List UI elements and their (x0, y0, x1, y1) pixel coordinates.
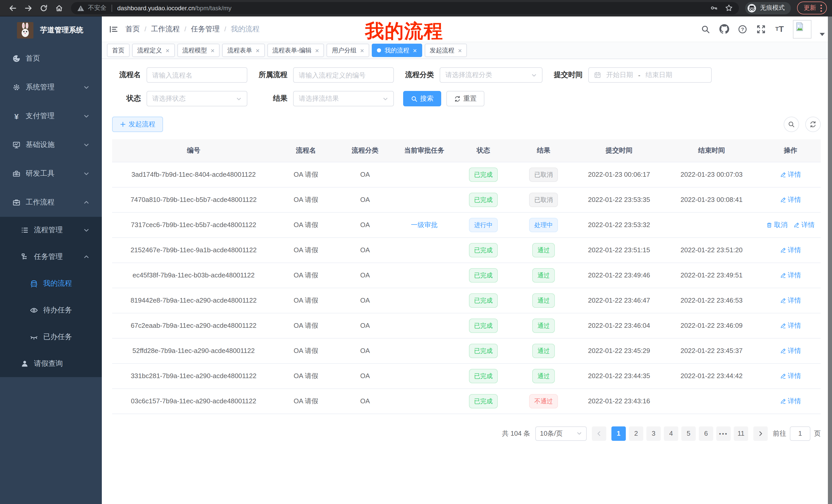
sidebar-item-payment[interactable]: ¥ 支付管理 (0, 102, 102, 131)
url-path[interactable]: /bpm/task/my (195, 4, 232, 11)
tab-item-1[interactable]: 流程定义× (132, 44, 175, 57)
tab-close-icon[interactable]: × (458, 47, 462, 54)
search-button[interactable]: 搜索 (403, 91, 441, 106)
update-label[interactable]: 更新 (804, 4, 816, 12)
browser-reload-icon[interactable] (36, 2, 51, 14)
cancel-action-link[interactable]: 取消 (766, 220, 787, 229)
help-icon[interactable]: ? (737, 24, 748, 34)
sidebar-item-workflow[interactable]: 工作流程 (0, 188, 102, 217)
result-tag: 通过 (532, 293, 555, 307)
detail-action-link[interactable]: 详情 (794, 220, 815, 229)
sidebar-item-my-process[interactable]: 我的流程 (0, 270, 102, 297)
tab-close-icon[interactable]: × (315, 47, 319, 54)
detail-action-link[interactable]: 详情 (780, 170, 801, 179)
page-button-3[interactable]: 3 (646, 426, 661, 441)
sidebar-item-devtools[interactable]: 研发工具 (0, 159, 102, 188)
tab-item-3[interactable]: 流程表单× (222, 44, 265, 57)
url-domain[interactable]: dashboard.yudao.iocoder.cn (117, 4, 195, 11)
parent-process-input[interactable] (293, 67, 394, 83)
page-size-select[interactable]: 10条/页 (535, 426, 587, 441)
sidebar-item-task-management[interactable]: 任务管理 (0, 244, 102, 270)
page-button-4[interactable]: 4 (664, 426, 678, 441)
key-icon[interactable] (710, 4, 718, 12)
cell-actions: 详情 (760, 162, 821, 187)
result-select[interactable]: 请选择流结果 (293, 91, 394, 106)
reset-button-label: 重置 (463, 94, 477, 103)
sidebar-item-system[interactable]: 系统管理 (0, 73, 102, 102)
status-select[interactable]: 请选择状态 (147, 91, 247, 106)
breadcrumb-workflow[interactable]: 工作流程 (151, 24, 180, 34)
screen: 不安全 dashboard.yudao.iocoder.cn /bpm/task… (0, 0, 832, 504)
browser-back-icon[interactable] (5, 2, 21, 14)
cell-category-text: OA (360, 271, 370, 279)
pager-ellipsis[interactable]: ••• (716, 426, 731, 441)
tab-item-6[interactable]: 我的流程× (372, 44, 422, 57)
prev-page-button[interactable] (592, 426, 606, 441)
jump-page-input[interactable] (790, 426, 810, 441)
tab-home[interactable]: 首页 (107, 44, 130, 57)
detail-action-link[interactable]: 详情 (780, 321, 801, 330)
tab-close-icon[interactable]: × (211, 47, 214, 54)
sidebar-item-infrastructure[interactable]: 基础设施 (0, 131, 102, 159)
refresh-table-button[interactable] (805, 117, 821, 132)
sidebar-item-todo-tasks[interactable]: 待办任务 (0, 297, 102, 324)
detail-action-link[interactable]: 详情 (780, 371, 801, 381)
search-icon[interactable] (700, 24, 711, 34)
category-select[interactable]: 请选择流程分类 (440, 67, 543, 83)
page-button-1[interactable]: 1 (612, 426, 626, 441)
address-bar[interactable]: 不安全 dashboard.yudao.iocoder.cn /bpm/task… (71, 2, 739, 14)
sidebar-item-home[interactable]: 首页 (0, 44, 102, 73)
process-name-input[interactable] (147, 67, 247, 83)
breadcrumb-home[interactable]: 首页 (126, 24, 140, 34)
breadcrumb-task-management[interactable]: 任务管理 (191, 24, 220, 34)
detail-action-link[interactable]: 详情 (780, 245, 801, 255)
detail-action-link[interactable]: 详情 (780, 271, 801, 280)
tab-close-icon[interactable]: × (256, 47, 259, 54)
cell-current-task: 一级审批 (393, 212, 455, 237)
font-size-icon[interactable]: TT (774, 24, 785, 34)
chevron-down-icon (531, 72, 537, 78)
avatar[interactable] (793, 20, 811, 38)
fullscreen-icon[interactable] (756, 24, 766, 34)
detail-action-link[interactable]: 详情 (780, 346, 801, 355)
security-warning-label[interactable]: 不安全 (88, 4, 106, 12)
cell-submit-time: 2022-01-22 23:45:29 (575, 338, 662, 363)
page-button-11[interactable]: 11 (734, 426, 748, 441)
sidebar-toggle-icon[interactable] (106, 21, 121, 37)
browser-update-button[interactable]: 更新 (797, 2, 827, 15)
window-scrollbar[interactable] (828, 17, 832, 504)
tab-close-icon[interactable]: × (360, 47, 364, 54)
cell-current-task (393, 288, 455, 313)
detail-action-link[interactable]: 详情 (780, 296, 801, 305)
browser-home-icon[interactable] (51, 2, 67, 14)
tab-item-5[interactable]: 用户分组× (327, 44, 369, 57)
tab-item-4[interactable]: 流程表单-编辑× (267, 44, 324, 57)
sidebar-item-done-tasks[interactable]: 已办任务 (0, 324, 102, 351)
avatar-dropdown-caret[interactable] (820, 33, 825, 36)
sidebar-item-process-management[interactable]: 流程管理 (0, 217, 102, 244)
sidebar-item-leave-query[interactable]: 请假查询 (0, 351, 102, 377)
col-header-name: 流程名 (275, 139, 337, 162)
page-button-6[interactable]: 6 (699, 426, 713, 441)
reset-button[interactable]: 重置 (446, 91, 485, 106)
browser-menu-icon[interactable] (820, 4, 822, 12)
page-button-5[interactable]: 5 (681, 426, 696, 441)
browser-forward-icon[interactable] (21, 2, 36, 14)
cell-result: 处理中 (512, 212, 575, 237)
submit-time-range-picker[interactable]: 开始日期 - 结束日期 (588, 67, 712, 83)
current-task-link[interactable]: 一级审批 (411, 220, 438, 229)
github-icon[interactable] (719, 24, 729, 34)
tab-close-icon[interactable]: × (165, 47, 170, 54)
toggle-search-button[interactable] (784, 117, 799, 132)
page-button-2[interactable]: 2 (629, 426, 643, 441)
tab-item-7[interactable]: 发起流程× (424, 44, 467, 57)
tab-close-icon[interactable]: × (413, 47, 417, 54)
tab-item-2[interactable]: 流程模型× (177, 44, 219, 57)
app-logo-row[interactable]: 芋道管理系统 (0, 17, 102, 44)
security-warning-icon[interactable] (77, 4, 84, 11)
detail-action-link[interactable]: 详情 (780, 195, 801, 204)
create-process-button[interactable]: 发起流程 (112, 117, 163, 132)
next-page-button[interactable] (753, 426, 768, 441)
bookmark-star-icon[interactable] (725, 4, 733, 12)
detail-action-link[interactable]: 详情 (780, 396, 801, 405)
